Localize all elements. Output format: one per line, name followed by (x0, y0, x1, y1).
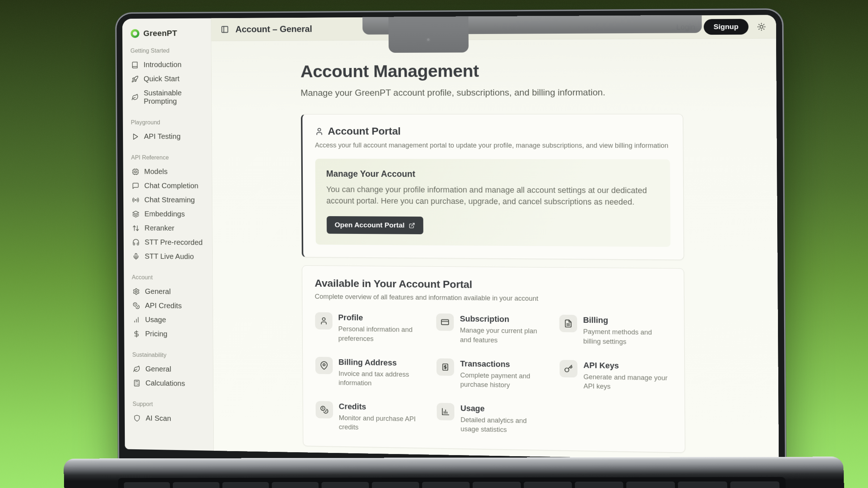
sidebar-item-sustainability-calculations[interactable]: Calculations (131, 376, 207, 391)
sidebar-item-api-reference-chat-streaming[interactable]: Chat Streaming (130, 193, 205, 207)
brand-name: GreenPT (143, 29, 177, 38)
layers-icon (132, 210, 139, 218)
portal-card-description: Access your full account management port… (315, 142, 670, 150)
feature-title: Transactions (460, 359, 546, 370)
shield-icon (133, 414, 141, 421)
sidebar-item-label: Reranker (145, 224, 175, 232)
feature-title: Usage (460, 404, 547, 415)
sidebar-item-label: Quick Start (144, 75, 179, 83)
sidebar-item-label: General (145, 287, 171, 296)
feature-profile: ProfilePersonal information and preferen… (315, 312, 424, 344)
feature-subscription: SubscriptionManage your current plan and… (436, 313, 546, 345)
main-area: Account Management Manage your GreenPT a… (211, 39, 779, 461)
sidebar-section-label-support: Support (133, 401, 205, 408)
dollar-icon (133, 330, 140, 337)
sidebar-item-api-reference-embeddings[interactable]: Embeddings (130, 207, 205, 221)
panel-left-icon[interactable] (221, 25, 229, 33)
feature-description: Generate and manage your API keys (583, 372, 671, 392)
sidebar-section-label-account: Account (132, 274, 204, 281)
sidebar-item-label: Pricing (145, 330, 167, 338)
feature-icon-tile (559, 360, 578, 377)
feature-icon-tile (315, 357, 332, 374)
sidebar-item-account-general[interactable]: General (131, 284, 206, 299)
sidebar-item-account-api-credits[interactable]: API Credits (131, 298, 206, 313)
laptop-notch (388, 16, 469, 53)
page-subtitle: Manage your GreenPT account profile, sub… (301, 87, 683, 98)
feature-description: Payment methods and billing settings (583, 327, 671, 347)
sidebar-item-account-usage[interactable]: Usage (131, 312, 206, 327)
credit-card-icon (441, 318, 450, 327)
feature-title: Profile (338, 313, 424, 324)
feature-title: Billing Address (339, 358, 424, 368)
feature-icon-tile (315, 401, 333, 418)
external-link-icon (409, 222, 415, 228)
keyboard-key: F7 (473, 482, 521, 488)
message-square-icon (132, 182, 139, 189)
laptop-screen-bezel: GreenPT Getting StartedIntroductionQuick… (116, 10, 785, 483)
sidebar-item-label: Models (144, 167, 168, 176)
calculator-icon (133, 379, 140, 386)
play-icon (132, 133, 139, 140)
brand-logo[interactable]: GreenPT (130, 29, 204, 38)
browser-page: GreenPT Getting StartedIntroductionQuick… (122, 15, 779, 461)
feature-icon-tile (559, 315, 577, 333)
sidebar-item-label: Calculations (145, 379, 185, 388)
sidebar-item-support-ai-scan[interactable]: AI Scan (131, 411, 207, 427)
sidebar-item-getting-started-sustainable-prompting[interactable]: Sustainable Prompting (129, 86, 205, 108)
sidebar-item-playground-api-testing[interactable]: API Testing (129, 129, 205, 144)
coins-icon (320, 406, 328, 414)
sidebar-item-label: Embeddings (144, 210, 185, 218)
map-pin-icon (320, 361, 328, 370)
sidebar-section-label-sustainability: Sustainability (132, 352, 205, 359)
feature-billing: BillingPayment methods and billing setti… (559, 315, 671, 347)
feature-credits: CreditsMonitor and purchase API credits (315, 401, 424, 433)
sidebar-item-api-reference-reranker[interactable]: Reranker (130, 221, 205, 235)
sidebar-item-label: Chat Completion (144, 181, 199, 190)
receipt-icon (441, 363, 450, 371)
open-account-portal-label: Open Account Portal (335, 221, 404, 230)
sun-icon[interactable] (757, 22, 766, 31)
sidebar-item-api-reference-stt-live-audio[interactable]: STT Live Audio (130, 249, 206, 264)
feature-icon-tile (437, 403, 455, 420)
gear-icon (133, 288, 140, 295)
sidebar-item-api-reference-models[interactable]: Models (130, 164, 205, 179)
sidebar-item-label: Usage (145, 316, 166, 324)
user-icon (319, 317, 328, 325)
rocket-icon (131, 75, 139, 82)
keyboard-key: esc (124, 482, 170, 488)
keyboard-key: F9 (575, 482, 624, 488)
feature-icon-tile (315, 312, 332, 330)
cpu-icon (132, 168, 139, 175)
open-account-portal-button[interactable]: Open Account Portal (327, 216, 424, 234)
sidebar: GreenPT Getting StartedIntroductionQuick… (122, 18, 214, 450)
sidebar-item-sustainability-general[interactable]: General (131, 362, 207, 377)
feature-title: Credits (339, 402, 424, 412)
sidebar-item-getting-started-introduction[interactable]: Introduction (129, 57, 205, 72)
sidebar-item-label: API Testing (144, 132, 180, 141)
feature-description: Invoice and tax address information (339, 369, 424, 389)
features-card: Available in Your Account Portal Complet… (302, 265, 685, 453)
manage-account-box: Manage Your Account You can change your … (315, 159, 670, 247)
manage-account-title: Manage Your Account (326, 169, 659, 180)
keyboard-key: F11 (678, 481, 727, 488)
sidebar-item-label: Sustainable Prompting (144, 89, 203, 106)
sidebar-section-label-playground: Playground (131, 119, 204, 126)
feature-description: Manage your current plan and features (460, 326, 547, 346)
feature-icon-tile (437, 358, 454, 376)
sidebar-item-label: Introduction (144, 60, 182, 69)
keyboard-key: F12 (730, 481, 780, 488)
book-icon (131, 61, 139, 68)
sidebar-item-api-reference-stt-pre-recorded[interactable]: STT Pre-recorded (130, 235, 206, 249)
webcam-dot (426, 37, 431, 42)
leaf-icon (131, 94, 139, 101)
laptop-mockup: GreenPT Getting StartedIntroductionQuick… (116, 10, 786, 488)
sidebar-item-api-reference-chat-completion[interactable]: Chat Completion (130, 179, 205, 193)
bar-chart-icon (133, 316, 140, 323)
sidebar-item-label: General (145, 365, 171, 373)
sidebar-item-account-pricing[interactable]: Pricing (131, 326, 206, 342)
portal-card-title: Account Portal (328, 125, 401, 137)
feature-billing-address: Billing AddressInvoice and tax address i… (315, 357, 424, 389)
sidebar-item-getting-started-quick-start[interactable]: Quick Start (129, 72, 205, 86)
keyboard-key: F3 (272, 482, 319, 488)
signup-button[interactable]: Signup (703, 19, 748, 35)
